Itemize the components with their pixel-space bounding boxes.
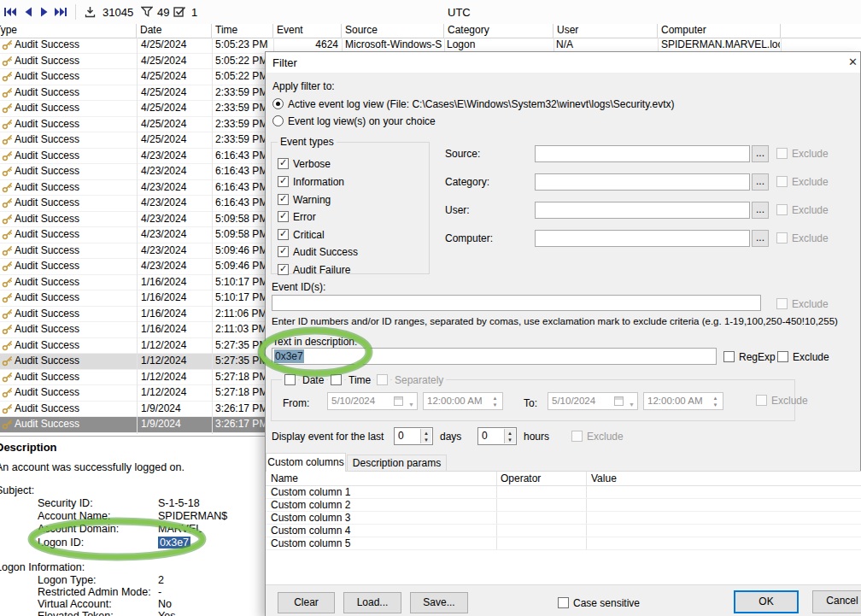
event-type-label: Audit Success xyxy=(15,86,79,98)
previous-button[interactable] xyxy=(23,7,33,20)
key-icon xyxy=(2,372,13,383)
event-type-cell: Audit Success xyxy=(0,69,135,85)
checkbox-audit-failure[interactable] xyxy=(278,264,289,275)
event-type-cell: Audit Success xyxy=(0,180,135,196)
spinner-icon[interactable]: ▲▼ xyxy=(420,429,431,443)
event-date-cell: 1/12/2024 xyxy=(141,385,211,401)
custom-column-row[interactable]: Custom column 5 xyxy=(266,537,861,550)
radio-active-log-view[interactable] xyxy=(272,98,284,109)
category-input[interactable] xyxy=(535,173,750,191)
checkbox-audit-success-label: Audit Success xyxy=(293,246,358,258)
event-date-cell: 4/25/2024 xyxy=(141,85,211,101)
checkbox-critical[interactable] xyxy=(278,229,289,240)
date-checkbox[interactable] xyxy=(284,374,296,385)
radio-log-views-choice[interactable] xyxy=(272,115,284,126)
spinner-icon[interactable]: ▲▼ xyxy=(504,429,515,443)
event-type-cell: Audit Success xyxy=(0,243,135,259)
event-type-cell: Audit Success xyxy=(0,290,135,306)
user-exclude-checkbox xyxy=(776,204,788,215)
column-header-category[interactable]: Category xyxy=(444,24,554,38)
case-sensitive-checkbox[interactable] xyxy=(558,597,569,608)
field-label: Logon Type: xyxy=(38,574,97,586)
user-input[interactable] xyxy=(535,202,750,219)
event-date-cell: 4/25/2024 xyxy=(141,69,211,85)
checked-events-icon[interactable] xyxy=(173,6,186,20)
cancel-button[interactable]: Cancel xyxy=(812,590,861,613)
event-time-cell: 5:09:58 PM xyxy=(215,227,272,243)
checkbox-audit-success[interactable] xyxy=(278,246,289,257)
calendar-icon xyxy=(614,396,624,406)
time-checkbox[interactable] xyxy=(331,374,342,385)
custom-column-row[interactable]: Custom column 4 xyxy=(266,525,861,537)
text-in-description-input[interactable]: 0x3e7 xyxy=(272,348,717,365)
event-date-cell: 4/23/2024 xyxy=(141,180,211,196)
checkbox-warning[interactable] xyxy=(278,194,289,205)
source-input[interactable] xyxy=(535,145,750,162)
custom-column-row[interactable]: Custom column 2 xyxy=(266,499,861,512)
event-date-cell: 1/16/2024 xyxy=(141,290,211,306)
column-header-source[interactable]: Source xyxy=(342,24,444,38)
filter-dialog-titlebar[interactable]: Filter ✕ xyxy=(266,52,860,73)
source-exclude-label: Exclude xyxy=(792,148,829,160)
close-icon[interactable]: ✕ xyxy=(848,56,861,68)
column-header-type[interactable]: Type xyxy=(0,24,137,38)
event-type-label: Audit Success xyxy=(15,402,79,414)
custom-col-value-header[interactable]: Value xyxy=(591,472,617,484)
checkbox-error[interactable] xyxy=(278,211,289,222)
chevron-down-icon: ▼ xyxy=(408,396,414,413)
go-first-button[interactable] xyxy=(3,7,17,20)
custom-col-operator-header[interactable]: Operator xyxy=(501,472,541,484)
checkbox-information[interactable] xyxy=(278,176,289,187)
computer-browse-button[interactable]: ... xyxy=(752,230,769,247)
days-stepper[interactable]: 0▲▼ xyxy=(394,427,433,445)
column-header-time[interactable]: Time xyxy=(212,24,273,38)
event-time-cell: 5:05:23 PM xyxy=(215,38,272,53)
text-exclude-checkbox[interactable] xyxy=(777,351,788,362)
toolbar-separator xyxy=(75,4,76,20)
event-source-cell: Microsoft-Windows-S xyxy=(345,38,443,53)
event-date-cell: 4/23/2024 xyxy=(141,164,211,179)
regexp-checkbox[interactable] xyxy=(723,351,735,362)
tab-custom-columns[interactable]: Custom columns xyxy=(266,453,346,472)
load-button[interactable]: Load... xyxy=(343,592,401,613)
event-date-cell: 1/16/2024 xyxy=(141,322,211,337)
filter-dialog-title: Filter xyxy=(272,56,297,69)
event-type-label: Audit Success xyxy=(15,291,79,303)
days-value: 0 xyxy=(398,430,404,442)
ok-button[interactable]: OK xyxy=(734,590,799,613)
user-browse-button[interactable]: ... xyxy=(752,202,769,219)
event-type-cell: Audit Success xyxy=(0,54,135,69)
go-last-button[interactable] xyxy=(54,7,67,20)
event-date-cell: 1/9/2024 xyxy=(141,402,211,417)
column-header-date[interactable]: Date xyxy=(137,24,212,38)
loaded-events-icon[interactable] xyxy=(85,6,96,21)
custom-column-row[interactable]: Custom column 1 xyxy=(266,486,861,499)
event-type-label: Audit Success xyxy=(15,244,79,256)
column-header-user[interactable]: User xyxy=(554,24,658,38)
key-icon xyxy=(2,182,13,193)
clear-button[interactable]: Clear xyxy=(278,592,335,613)
custom-col-name-header[interactable]: Name xyxy=(271,472,298,484)
key-icon xyxy=(2,119,13,130)
event-type-label: Audit Success xyxy=(15,118,79,130)
hours-stepper[interactable]: 0▲▼ xyxy=(477,427,517,445)
case-sensitive-label: Case sensitive xyxy=(573,597,640,609)
column-header-computer[interactable]: Computer xyxy=(658,24,781,38)
event-type-cell: Audit Success xyxy=(0,212,135,227)
event-time-cell: 5:10:17 PM xyxy=(215,290,272,306)
next-button[interactable] xyxy=(39,7,50,20)
event-ids-label: Event ID(s): xyxy=(272,281,325,293)
category-browse-button[interactable]: ... xyxy=(752,173,769,191)
custom-column-row[interactable]: Custom column 3 xyxy=(266,512,861,525)
checkbox-verbose[interactable] xyxy=(278,158,289,169)
computer-input[interactable] xyxy=(535,230,750,247)
to-time-picker: 12:00:00 AM▲▼ xyxy=(643,392,723,410)
filter-icon[interactable] xyxy=(141,6,153,20)
tab-description-params[interactable]: Description params xyxy=(347,455,447,472)
event-ids-input[interactable] xyxy=(272,295,761,311)
save-button[interactable]: Save... xyxy=(410,592,468,613)
column-header-event[interactable]: Event xyxy=(273,24,342,38)
source-browse-button[interactable]: ... xyxy=(752,145,769,162)
key-icon xyxy=(2,277,13,288)
datetime-exclude-label: Exclude xyxy=(771,395,808,407)
